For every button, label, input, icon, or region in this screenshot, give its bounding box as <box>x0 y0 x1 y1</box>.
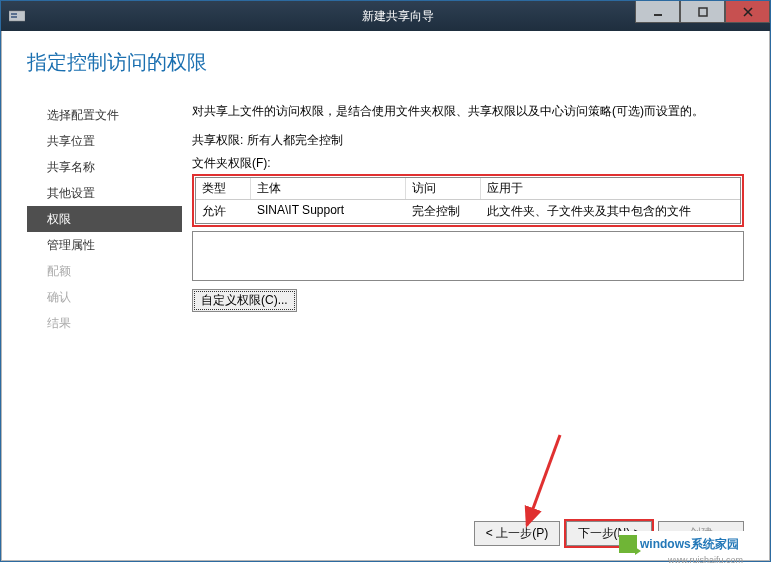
permission-table-highlight: 类型 主体 访问 应用于 允许 SINA\IT Support 完全控制 此文件… <box>192 174 744 227</box>
window-controls <box>635 1 770 23</box>
minimize-button[interactable] <box>635 1 680 23</box>
permission-table-body: 允许 SINA\IT Support 完全控制 此文件夹、子文件夹及其中包含的文… <box>196 200 740 223</box>
svg-rect-1 <box>11 13 17 15</box>
watermark-logo: windows系统家园 <box>619 531 749 557</box>
cell-type: 允许 <box>196 203 251 220</box>
cell-access: 完全控制 <box>406 203 481 220</box>
watermark-url: www.ruishaifu.com <box>668 555 743 565</box>
page-title: 指定控制访问的权限 <box>27 49 744 76</box>
sidebar-item-confirm: 确认 <box>27 284 182 310</box>
wizard-window: 新建共享向导 指定控制访问的权限 选择配置文件 共享位置 共享名称 其 <box>0 0 771 562</box>
svg-rect-4 <box>699 8 707 16</box>
close-icon <box>743 7 753 17</box>
share-permission-value: 所有人都完全控制 <box>247 133 343 147</box>
permission-table-header: 类型 主体 访问 应用于 <box>196 178 740 200</box>
app-icon <box>9 9 25 23</box>
sidebar-item-share-location[interactable]: 共享位置 <box>27 128 182 154</box>
content-area: 指定控制访问的权限 选择配置文件 共享位置 共享名称 其他设置 权限 管理属性 … <box>1 31 770 561</box>
sidebar-item-result: 结果 <box>27 310 182 336</box>
wizard-steps-sidebar: 选择配置文件 共享位置 共享名称 其他设置 权限 管理属性 配额 确认 结果 <box>27 96 182 509</box>
share-permission-label: 共享权限: <box>192 133 243 147</box>
description-text: 对共享上文件的访问权限，是结合使用文件夹权限、共享权限以及中心访问策略(可选)而… <box>192 102 744 120</box>
permission-table: 类型 主体 访问 应用于 允许 SINA\IT Support 完全控制 此文件… <box>195 177 741 224</box>
page-header: 指定控制访问的权限 <box>2 31 769 86</box>
sidebar-item-management[interactable]: 管理属性 <box>27 232 182 258</box>
sidebar-item-quota: 配额 <box>27 258 182 284</box>
header-subject[interactable]: 主体 <box>251 178 406 199</box>
permission-list-empty-area <box>192 231 744 281</box>
minimize-icon <box>653 7 663 17</box>
maximize-icon <box>698 7 708 17</box>
svg-rect-2 <box>11 16 17 18</box>
custom-permission-wrap: 自定义权限(C)... <box>192 289 744 312</box>
main-panel: 对共享上文件的访问权限，是结合使用文件夹权限、共享权限以及中心访问策略(可选)而… <box>182 96 744 509</box>
share-permission-line: 共享权限: 所有人都完全控制 <box>192 132 744 149</box>
header-access[interactable]: 访问 <box>406 178 481 199</box>
customize-permissions-button[interactable]: 自定义权限(C)... <box>192 289 297 312</box>
sidebar-item-select-profile[interactable]: 选择配置文件 <box>27 102 182 128</box>
header-apply[interactable]: 应用于 <box>481 178 740 199</box>
cell-apply: 此文件夹、子文件夹及其中包含的文件 <box>481 203 740 220</box>
titlebar: 新建共享向导 <box>1 1 770 31</box>
maximize-button[interactable] <box>680 1 725 23</box>
sidebar-item-other-settings[interactable]: 其他设置 <box>27 180 182 206</box>
previous-button[interactable]: < 上一步(P) <box>474 521 560 546</box>
folder-permission-label: 文件夹权限(F): <box>192 155 744 172</box>
windows-flag-icon <box>619 535 637 553</box>
watermark-brand: windows系统家园 <box>640 536 739 553</box>
body-area: 选择配置文件 共享位置 共享名称 其他设置 权限 管理属性 配额 确认 结果 对… <box>2 86 769 509</box>
table-row[interactable]: 允许 SINA\IT Support 完全控制 此文件夹、子文件夹及其中包含的文… <box>196 200 740 223</box>
cell-subject: SINA\IT Support <box>251 203 406 220</box>
sidebar-item-share-name[interactable]: 共享名称 <box>27 154 182 180</box>
close-button[interactable] <box>725 1 770 23</box>
header-type[interactable]: 类型 <box>196 178 251 199</box>
sidebar-item-permissions[interactable]: 权限 <box>27 206 182 232</box>
